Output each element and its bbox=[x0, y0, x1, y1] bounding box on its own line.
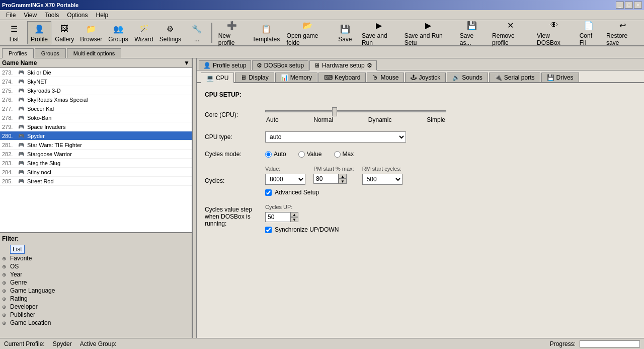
maximize-button[interactable]: □ bbox=[625, 2, 633, 9]
filter-year-item[interactable]: ⊕ Year bbox=[2, 270, 190, 278]
action-view-dosbox[interactable]: 👁 View DOSBox bbox=[533, 18, 575, 48]
game-item-273[interactable]: 273. 🎮 Ski or Die bbox=[0, 68, 192, 77]
pm-start-col: PM start % max: ▲ ▼ bbox=[313, 166, 354, 184]
cycles-up-input[interactable] bbox=[265, 212, 290, 222]
slider-thumb[interactable] bbox=[332, 107, 337, 116]
minimize-button[interactable]: _ bbox=[616, 2, 624, 9]
game-item-284[interactable]: 284. 🎮 Stiny noci bbox=[0, 168, 192, 177]
hw-tab-serial[interactable]: 🔌 Serial ports bbox=[489, 73, 540, 82]
radio-max[interactable]: Max bbox=[334, 151, 354, 158]
advanced-setup-checkbox-label[interactable]: Advanced Setup bbox=[265, 189, 636, 196]
game-item-276[interactable]: 276. 🎮 SkyRoads Xmas Special bbox=[0, 95, 192, 104]
menu-view[interactable]: View bbox=[20, 11, 41, 20]
game-item-280[interactable]: 280. 🎮 Spyder bbox=[0, 131, 192, 141]
filter-genre-item[interactable]: ⊕ Genre bbox=[2, 278, 190, 287]
advanced-setup-checkbox[interactable] bbox=[265, 189, 272, 196]
filter-favorite-item[interactable]: ⊕ Favorite bbox=[2, 254, 190, 262]
game-item-275[interactable]: 275. 🎮 Skyroads 3-D bbox=[0, 86, 192, 95]
filter-gamelanguage-item[interactable]: ⊕ Game Language bbox=[2, 287, 190, 295]
menu-help[interactable]: Help bbox=[92, 11, 113, 20]
filter-rating-item[interactable]: ⊕ Rating bbox=[2, 295, 190, 303]
game-item-277[interactable]: 277. 🎮 Soccer Kid bbox=[0, 104, 192, 113]
cpu-type-select[interactable]: auto 386 486 pentium pentium_mmx ppro_sl… bbox=[265, 131, 406, 143]
tool-groups[interactable]: 👥 Groups bbox=[106, 21, 131, 44]
hw-tab-cpu[interactable]: 💻 CPU bbox=[201, 73, 234, 83]
tab-profile-setup[interactable]: 👤 Profile setup bbox=[199, 60, 251, 70]
game-item-285[interactable]: 285. 🎮 Street Rod bbox=[0, 177, 192, 186]
tool-extra[interactable]: 🔧 ... bbox=[185, 21, 209, 44]
filter-list-item[interactable]: List bbox=[2, 244, 190, 254]
hw-tab-joystick[interactable]: 🕹 Joystick bbox=[405, 73, 446, 82]
action-restore-save[interactable]: ↩ Restore save bbox=[603, 18, 642, 48]
filter-publisher-item[interactable]: ⊕ Publisher bbox=[2, 311, 190, 319]
tab-hardware-setup[interactable]: 🖥 Hardware setup ⚙ bbox=[309, 60, 377, 71]
action-templates[interactable]: 📋 Templates bbox=[250, 21, 282, 44]
conf-file-icon: 📄 bbox=[583, 19, 595, 31]
tab-multi-edit[interactable]: Multi edit options bbox=[67, 48, 122, 58]
hardware-setup-icon2: ⚙ bbox=[367, 62, 372, 69]
game-item-281[interactable]: 281. 🎮 Star Wars: TIE Fighter bbox=[0, 141, 192, 150]
tool-wizard[interactable]: 🪄 Wizard bbox=[132, 21, 156, 44]
menu-file[interactable]: File bbox=[2, 11, 20, 20]
hw-tab-keyboard[interactable]: ⌨ Keyboard bbox=[318, 73, 366, 82]
action-new-profile[interactable]: ➕ New profile bbox=[215, 18, 249, 48]
game-item-278[interactable]: 278. 🎮 Soko-Ban bbox=[0, 113, 192, 122]
radio-auto-input[interactable] bbox=[265, 151, 272, 158]
hw-tab-memory[interactable]: 📊 Memory bbox=[275, 73, 317, 82]
menu-tools[interactable]: Tools bbox=[41, 11, 63, 20]
game-name-285: Street Rod bbox=[27, 178, 54, 184]
tool-list[interactable]: ☰ List bbox=[2, 21, 26, 44]
hw-tab-sounds[interactable]: 🔊 Sounds bbox=[447, 73, 488, 82]
sync-checkbox[interactable] bbox=[265, 227, 272, 233]
game-list-sort-icon[interactable]: ▼ bbox=[184, 59, 190, 66]
cycles-up-up-btn[interactable]: ▲ bbox=[290, 212, 298, 217]
new-profile-icon: ➕ bbox=[226, 19, 238, 31]
sync-checkbox-label[interactable]: Synchronize UP/DOWN bbox=[265, 226, 636, 233]
close-button[interactable]: × bbox=[634, 2, 642, 9]
filter-os-item[interactable]: ⊕ OS bbox=[2, 262, 190, 270]
action-save-run[interactable]: ▶ Save and Run bbox=[358, 18, 400, 48]
game-list[interactable]: 273. 🎮 Ski or Die 274. 🎮 SkyNET 275. 🎮 S… bbox=[0, 68, 192, 232]
game-item-274[interactable]: 274. 🎮 SkyNET bbox=[0, 77, 192, 86]
filter-gamelanguage-label: Game Language bbox=[10, 287, 55, 294]
hw-tab-display[interactable]: 🖥 Display bbox=[235, 73, 274, 82]
pm-start-up-btn[interactable]: ▲ bbox=[339, 174, 347, 179]
action-save-as[interactable]: 💾 Save as... bbox=[456, 18, 488, 48]
game-item-282[interactable]: 282. 🎮 Stargoose Warrior bbox=[0, 150, 192, 159]
resize-handle[interactable] bbox=[193, 58, 197, 338]
filter-gamelocation-item[interactable]: ⊕ Game Location bbox=[2, 319, 190, 327]
pm-start-input[interactable] bbox=[313, 174, 339, 184]
tool-gallery[interactable]: 🖼 Gallery bbox=[52, 21, 76, 44]
filter-developer-item[interactable]: ⊕ Developer bbox=[2, 303, 190, 311]
action-open-folder[interactable]: 📂 Open game folde bbox=[283, 18, 332, 48]
pm-start-down-btn[interactable]: ▼ bbox=[339, 179, 347, 184]
tab-groups[interactable]: Groups bbox=[35, 48, 66, 58]
tab-profiles[interactable]: Profiles bbox=[2, 48, 34, 58]
action-conf-file[interactable]: 📄 Conf Fil bbox=[576, 18, 602, 48]
cycles-value-col: Value: 8000 1000 2000 4000 16000 32000 bbox=[265, 166, 305, 185]
core-slider[interactable]: Auto Normal Dynamic Simple bbox=[265, 106, 446, 123]
filter-gamelanguage-expand: ⊕ bbox=[2, 288, 10, 294]
tool-browser[interactable]: 📁 Browser bbox=[77, 21, 105, 44]
rm-start-select[interactable]: 500 100 200 1000 bbox=[362, 174, 403, 185]
tool-settings[interactable]: ⚙ Settings bbox=[157, 21, 184, 44]
action-remove-profile[interactable]: ✕ Remove profile bbox=[489, 18, 532, 48]
tab-dosbox-setup[interactable]: ⚙ DOSBox setup bbox=[252, 60, 308, 70]
hw-tab-drives[interactable]: 💾 Drives bbox=[541, 73, 579, 82]
cycles-value-select[interactable]: 8000 1000 2000 4000 16000 32000 bbox=[265, 174, 305, 185]
radio-auto[interactable]: Auto bbox=[265, 151, 286, 158]
hw-tab-mouse[interactable]: 🖱 Mouse bbox=[367, 73, 404, 82]
action-save-run-setup[interactable]: ▶ Save and Run Setu bbox=[401, 18, 455, 48]
action-save[interactable]: 💾 Save bbox=[333, 21, 357, 44]
filter-list-label[interactable]: List bbox=[10, 245, 25, 254]
tool-profile[interactable]: 👤 Profile bbox=[27, 21, 51, 44]
game-item-279[interactable]: 279. 🎮 Space Invaders bbox=[0, 122, 192, 131]
radio-value[interactable]: Value bbox=[298, 151, 322, 158]
menu-options[interactable]: Options bbox=[63, 11, 92, 20]
slider-track[interactable] bbox=[265, 106, 446, 116]
radio-value-input[interactable] bbox=[298, 151, 305, 158]
drives-tab-icon: 💾 bbox=[547, 74, 554, 81]
cycles-up-down-btn[interactable]: ▼ bbox=[290, 217, 298, 222]
radio-max-input[interactable] bbox=[334, 151, 341, 158]
game-item-283[interactable]: 283. 🎮 Steg the Slug bbox=[0, 159, 192, 168]
